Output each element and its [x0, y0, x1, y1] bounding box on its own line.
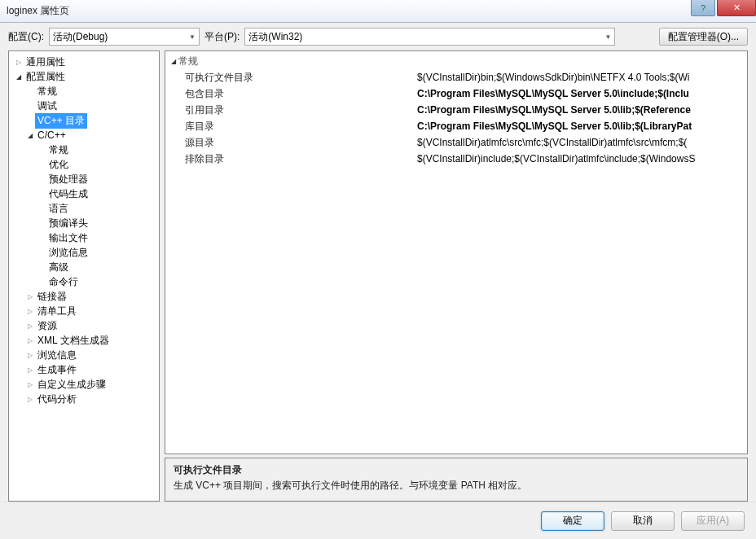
tree-item[interactable]: VC++ 目录 — [11, 113, 157, 128]
property-key: 排除目录 — [169, 152, 417, 166]
tree-item-label: 浏览信息 — [35, 348, 79, 363]
tree-item-label: 代码生成 — [46, 186, 90, 202]
tree-item-label: VC++ 目录 — [35, 113, 87, 129]
tree-item[interactable]: 语言 — [11, 201, 157, 216]
tree-item-label: 生成事件 — [35, 362, 79, 378]
help-button[interactable]: ? — [691, 0, 715, 16]
window-controls: ? ✕ — [691, 0, 756, 16]
tree-item[interactable]: 调试 — [11, 99, 157, 113]
tree-item[interactable]: ▷自定义生成步骤 — [11, 377, 157, 392]
close-button[interactable]: ✕ — [717, 0, 756, 16]
tree-item-label: 常规 — [35, 84, 59, 99]
tree-item[interactable]: 输出文件 — [11, 230, 157, 245]
collapse-arrow-icon: ◢ — [169, 58, 178, 65]
platform-combo[interactable]: 活动(Win32) ▼ — [244, 28, 615, 46]
expand-arrow-icon[interactable]: ▷ — [25, 308, 35, 315]
expand-arrow-icon[interactable]: ▷ — [25, 322, 35, 330]
tree-item[interactable]: 代码生成 — [11, 186, 157, 201]
property-grid: ◢ 常规 可执行文件目录$(VCInstallDir)bin;$(Windows… — [165, 50, 748, 454]
nav-tree-panel: ▷通用属性◢配置属性常规调试VC++ 目录◢C/C++常规优化预处理器代码生成语… — [8, 50, 160, 502]
tree-item[interactable]: 预处理器 — [11, 172, 157, 186]
tree-item-label: 清单工具 — [35, 304, 79, 319]
content-area: ▷通用属性◢配置属性常规调试VC++ 目录◢C/C++常规优化预处理器代码生成语… — [8, 50, 748, 502]
tree-item[interactable]: ◢配置属性 — [11, 69, 157, 84]
tree-item-label: 配置属性 — [24, 69, 68, 85]
property-row[interactable]: 包含目录C:\Program Files\MySQL\MySQL Server … — [169, 85, 744, 102]
config-combo[interactable]: 活动(Debug) ▼ — [49, 28, 200, 46]
apply-button[interactable]: 应用(A) — [681, 511, 745, 531]
tree-item-label: 命令行 — [46, 274, 81, 290]
tree-item-label: 资源 — [35, 318, 59, 334]
property-value[interactable]: $(VCInstallDir)atlmfc\src\mfc;$(VCInstal… — [417, 137, 744, 148]
tree-item-label: 高级 — [46, 260, 71, 275]
group-title-text: 常规 — [178, 55, 198, 68]
description-title: 可执行文件目录 — [174, 463, 739, 477]
tree-item-label: 调试 — [35, 99, 59, 114]
expand-arrow-icon[interactable]: ▷ — [25, 396, 35, 403]
expand-arrow-icon[interactable]: ▷ — [25, 337, 35, 344]
cancel-button[interactable]: 取消 — [611, 511, 675, 531]
property-key: 源目录 — [169, 136, 417, 150]
property-row[interactable]: 源目录$(VCInstallDir)atlmfc\src\mfc;$(VCIns… — [169, 134, 744, 151]
tree-item[interactable]: ▷链接器 — [11, 289, 157, 304]
tree-item-label: 链接器 — [35, 289, 69, 305]
property-key: 包含目录 — [169, 87, 417, 101]
tree-item[interactable]: ◢C/C++ — [11, 128, 157, 142]
property-value[interactable]: C:\Program Files\MySQL\MySQL Server 5.0\… — [417, 121, 744, 132]
tree-item[interactable]: ▷浏览信息 — [11, 348, 157, 362]
chevron-down-icon: ▼ — [604, 33, 611, 41]
expand-arrow-icon[interactable]: ▷ — [14, 59, 24, 66]
property-row[interactable]: 引用目录C:\Program Files\MySQL\MySQL Server … — [169, 102, 744, 118]
tree-item-label: 预处理器 — [46, 172, 90, 187]
config-toolbar: 配置(C): 活动(Debug) ▼ 平台(P): 活动(Win32) ▼ 配置… — [0, 23, 756, 50]
tree-item[interactable]: 浏览信息 — [11, 245, 157, 260]
expand-arrow-icon[interactable]: ▷ — [25, 293, 35, 300]
tree-item[interactable]: 优化 — [11, 157, 157, 172]
tree-item-label: XML 文档生成器 — [35, 333, 112, 348]
expand-arrow-icon[interactable]: ▷ — [25, 366, 35, 374]
tree-item[interactable]: ▷生成事件 — [11, 362, 157, 377]
property-key: 可执行文件目录 — [169, 71, 417, 85]
expand-arrow-icon[interactable]: ▷ — [25, 352, 35, 359]
tree-item-label: 语言 — [46, 201, 71, 217]
platform-value: 活动(Win32) — [248, 30, 302, 44]
tree-item-label: C/C++ — [35, 129, 68, 142]
tree-item-label: 代码分析 — [35, 392, 79, 407]
tree-item-label: 自定义生成步骤 — [35, 377, 108, 392]
property-value[interactable]: $(VCInstallDir)include;$(VCInstallDir)at… — [417, 153, 744, 164]
tree-item-label: 浏览信息 — [46, 245, 90, 261]
tree-item[interactable]: 高级 — [11, 260, 157, 274]
tree-item-label: 优化 — [46, 157, 71, 173]
description-text: 生成 VC++ 项目期间，搜索可执行文件时使用的路径。与环境变量 PATH 相对… — [174, 479, 739, 493]
tree-item[interactable]: 常规 — [11, 84, 157, 99]
expand-arrow-icon[interactable]: ▷ — [25, 381, 35, 388]
tree-item[interactable]: ▷资源 — [11, 318, 157, 333]
config-label: 配置(C): — [8, 30, 44, 44]
nav-tree[interactable]: ▷通用属性◢配置属性常规调试VC++ 目录◢C/C++常规优化预处理器代码生成语… — [9, 51, 159, 410]
tree-item-label: 预编译头 — [46, 216, 90, 231]
property-group-title[interactable]: ◢ 常规 — [169, 53, 744, 69]
collapse-arrow-icon[interactable]: ◢ — [14, 73, 24, 81]
dialog-footer: 确定 取消 应用(A) — [0, 502, 756, 539]
config-manager-button[interactable]: 配置管理器(O)... — [659, 28, 748, 46]
tree-item[interactable]: ▷代码分析 — [11, 392, 157, 406]
property-row[interactable]: 库目录C:\Program Files\MySQL\MySQL Server 5… — [169, 118, 744, 134]
tree-item[interactable]: 命令行 — [11, 274, 157, 289]
tree-item[interactable]: ▷XML 文档生成器 — [11, 333, 157, 348]
tree-item[interactable]: 常规 — [11, 142, 157, 157]
ok-button[interactable]: 确定 — [541, 511, 604, 531]
property-row[interactable]: 排除目录$(VCInstallDir)include;$(VCInstallDi… — [169, 151, 744, 167]
tree-item[interactable]: ▷通用属性 — [11, 55, 157, 69]
property-value[interactable]: $(VCInstallDir)bin;$(WindowsSdkDir)bin\N… — [417, 72, 744, 83]
title-bar: loginex 属性页 ? ✕ — [0, 0, 756, 23]
tree-item[interactable]: 预编译头 — [11, 216, 157, 230]
tree-item[interactable]: ▷清单工具 — [11, 304, 157, 318]
collapse-arrow-icon[interactable]: ◢ — [25, 132, 35, 139]
property-row[interactable]: 可执行文件目录$(VCInstallDir)bin;$(WindowsSdkDi… — [169, 69, 744, 85]
property-value[interactable]: C:\Program Files\MySQL\MySQL Server 5.0\… — [417, 88, 744, 99]
tree-item-label: 通用属性 — [24, 55, 68, 70]
property-value[interactable]: C:\Program Files\MySQL\MySQL Server 5.0\… — [417, 104, 744, 116]
tree-item-label: 常规 — [46, 142, 71, 158]
window-title: loginex 属性页 — [7, 4, 69, 18]
right-panel: ◢ 常规 可执行文件目录$(VCInstallDir)bin;$(Windows… — [165, 50, 748, 502]
